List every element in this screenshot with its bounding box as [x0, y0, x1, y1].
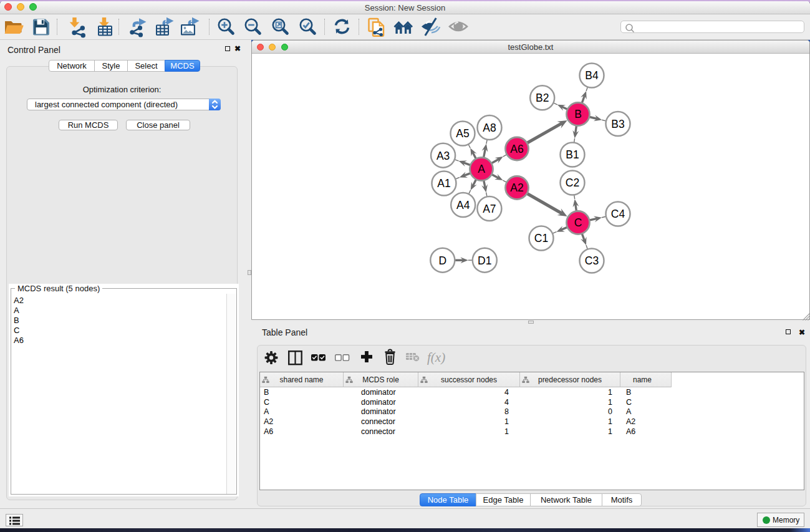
svg-text:C1: C1 [534, 232, 548, 244]
svg-text:D1: D1 [478, 254, 491, 267]
svg-text:B2: B2 [536, 92, 549, 104]
svg-text:A4: A4 [456, 199, 470, 211]
svg-text:A3: A3 [436, 150, 450, 162]
svg-text:B1: B1 [566, 148, 579, 161]
svg-text:C: C [574, 216, 582, 229]
svg-text:A6: A6 [510, 143, 523, 155]
svg-text:B: B [574, 108, 582, 120]
svg-text:f(x): f(x) [427, 350, 445, 365]
svg-text:A2: A2 [510, 181, 523, 194]
svg-text:A8: A8 [483, 122, 496, 134]
svg-text:C3: C3 [585, 254, 599, 267]
svg-text:B3: B3 [611, 118, 624, 130]
svg-text:A5: A5 [456, 127, 469, 140]
svg-text:A7: A7 [483, 203, 496, 215]
svg-text:D: D [438, 254, 446, 267]
svg-text:B4: B4 [585, 69, 599, 82]
svg-text:A1: A1 [437, 177, 450, 190]
svg-text:A: A [478, 163, 485, 175]
svg-text:C4: C4 [611, 208, 625, 220]
svg-text:C2: C2 [566, 177, 579, 189]
